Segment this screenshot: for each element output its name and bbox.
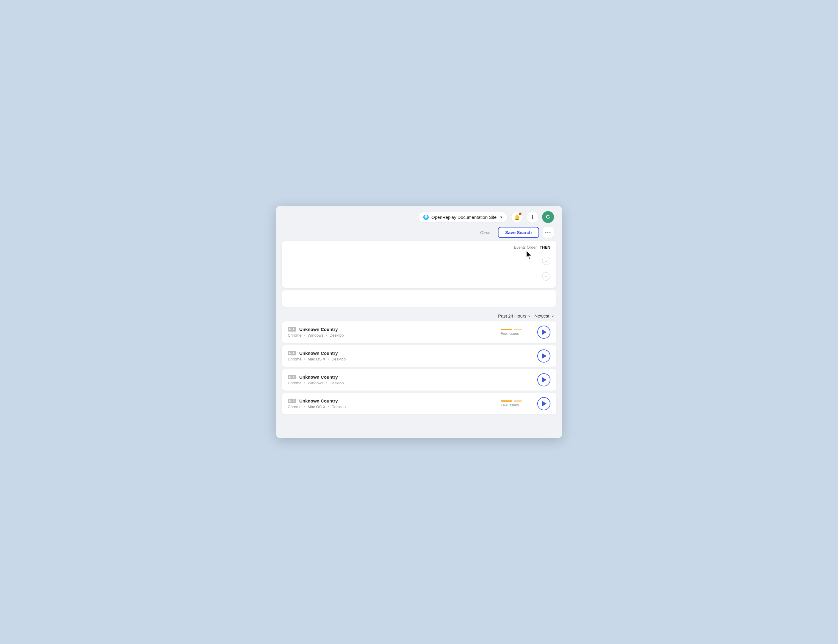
session-item: N/A Unknown Country Chrome • Mac OS X • … bbox=[282, 393, 556, 414]
issues-area: Few Issues bbox=[501, 401, 534, 407]
session-title-row: N/A Unknown Country bbox=[288, 351, 497, 356]
session-info: N/A Unknown Country Chrome • Mac OS X • … bbox=[288, 351, 497, 361]
filter-row-1: − bbox=[288, 253, 550, 269]
session-item: N/A Unknown Country Chrome • Mac OS X • … bbox=[282, 345, 556, 367]
search-toolbar: Clear Save Search ••• bbox=[276, 227, 562, 241]
clear-button[interactable]: Clear bbox=[476, 227, 494, 237]
bar-segment-1 bbox=[501, 329, 512, 330]
play-icon bbox=[542, 353, 547, 359]
session-info: N/A Unknown Country Chrome • Windows • D… bbox=[288, 375, 497, 385]
sort-filter-chevron-icon: ∨ bbox=[551, 314, 554, 318]
na-badge: N/A bbox=[288, 351, 296, 355]
session-meta: Chrome • Windows • Desktop bbox=[288, 333, 497, 337]
results-bar: Past 24 Hours ∨ Newest ∨ bbox=[276, 309, 562, 321]
sort-filter-dropdown[interactable]: Newest ∨ bbox=[534, 313, 554, 319]
remove-filter-2-button[interactable]: − bbox=[542, 272, 550, 281]
info-icon: ℹ bbox=[532, 214, 533, 220]
minus-icon-2: − bbox=[545, 274, 547, 279]
na-badge: N/A bbox=[288, 375, 296, 379]
bar-segment-2 bbox=[514, 401, 522, 402]
globe-icon: 🌐 bbox=[423, 214, 429, 220]
header-bar: 🌐 OpenReplay Documentation Site ▾ 🔔 ℹ G bbox=[276, 206, 562, 227]
time-filter-label: Past 24 Hours bbox=[498, 313, 526, 319]
session-item: N/A Unknown Country Chrome • Windows • D… bbox=[282, 321, 556, 343]
play-session-button[interactable] bbox=[537, 373, 550, 386]
session-country: Unknown Country bbox=[299, 398, 338, 403]
session-title-row: N/A Unknown Country bbox=[288, 398, 497, 403]
notifications-button[interactable]: 🔔 bbox=[511, 211, 523, 223]
bell-icon: 🔔 bbox=[514, 214, 520, 220]
avatar-label: G bbox=[546, 214, 550, 220]
filter-panel: Events Order THEN − − bbox=[282, 241, 556, 288]
play-session-button[interactable] bbox=[537, 350, 550, 363]
session-country: Unknown Country bbox=[299, 351, 338, 356]
avatar-button[interactable]: G bbox=[542, 211, 554, 223]
more-icon: ••• bbox=[545, 230, 551, 235]
session-device: Desktop bbox=[330, 381, 344, 385]
time-filter-dropdown[interactable]: Past 24 Hours ∨ bbox=[498, 313, 531, 319]
events-order-value: THEN bbox=[540, 245, 550, 250]
session-browser: Chrome bbox=[288, 381, 301, 385]
session-meta: Chrome • Mac OS X • Desktop bbox=[288, 357, 497, 361]
session-os: Mac OS X bbox=[308, 357, 325, 361]
play-icon bbox=[542, 329, 547, 335]
bar-segment-1 bbox=[501, 401, 512, 402]
filter-row-2: − bbox=[288, 272, 550, 281]
session-info: N/A Unknown Country Chrome • Mac OS X • … bbox=[288, 398, 497, 409]
site-selector-chevron-icon: ▾ bbox=[500, 215, 502, 219]
issues-label: Few Issues bbox=[501, 403, 519, 407]
session-info: N/A Unknown Country Chrome • Windows • D… bbox=[288, 327, 497, 337]
play-icon bbox=[542, 377, 547, 383]
events-order-row: Events Order THEN bbox=[288, 245, 550, 250]
session-browser: Chrome bbox=[288, 333, 301, 337]
issues-area: Few Issues bbox=[501, 329, 534, 336]
session-device: Desktop bbox=[331, 404, 346, 409]
play-session-button[interactable] bbox=[537, 397, 550, 410]
session-meta: Chrome • Mac OS X • Desktop bbox=[288, 404, 497, 409]
na-badge: N/A bbox=[288, 327, 296, 332]
bar-segment-2 bbox=[514, 329, 522, 330]
session-item: N/A Unknown Country Chrome • Windows • D… bbox=[282, 369, 556, 391]
events-order-label: Events Order bbox=[514, 245, 537, 250]
extra-panel bbox=[282, 290, 556, 307]
session-title-row: N/A Unknown Country bbox=[288, 375, 497, 380]
session-list: N/A Unknown Country Chrome • Windows • D… bbox=[276, 321, 562, 438]
session-os: Mac OS X bbox=[308, 404, 325, 409]
site-selector[interactable]: 🌐 OpenReplay Documentation Site ▾ bbox=[418, 212, 507, 222]
notification-dot bbox=[519, 213, 522, 215]
info-button[interactable]: ℹ bbox=[527, 211, 538, 223]
session-os: Windows bbox=[308, 381, 323, 385]
minus-icon-1: − bbox=[545, 258, 547, 264]
time-filter-chevron-icon: ∨ bbox=[528, 314, 531, 318]
more-options-button[interactable]: ••• bbox=[543, 227, 554, 238]
session-device: Desktop bbox=[330, 333, 344, 337]
play-session-button[interactable] bbox=[537, 325, 550, 339]
play-icon bbox=[542, 401, 547, 406]
save-search-button[interactable]: Save Search bbox=[498, 227, 539, 238]
issues-bar bbox=[501, 401, 522, 402]
session-country: Unknown Country bbox=[299, 327, 338, 332]
session-device: Desktop bbox=[331, 357, 346, 361]
remove-filter-1-button[interactable]: − bbox=[542, 257, 550, 265]
issues-bar bbox=[501, 329, 522, 330]
session-meta: Chrome • Windows • Desktop bbox=[288, 381, 497, 385]
session-country: Unknown Country bbox=[299, 375, 338, 380]
sort-filter-label: Newest bbox=[534, 313, 549, 319]
session-title-row: N/A Unknown Country bbox=[288, 327, 497, 332]
issues-label: Few Issues bbox=[501, 332, 519, 336]
na-badge: N/A bbox=[288, 399, 296, 403]
session-os: Windows bbox=[308, 333, 323, 337]
session-browser: Chrome bbox=[288, 404, 301, 409]
app-window: 🌐 OpenReplay Documentation Site ▾ 🔔 ℹ G … bbox=[276, 206, 562, 438]
site-name: OpenReplay Documentation Site bbox=[431, 215, 496, 220]
session-browser: Chrome bbox=[288, 357, 301, 361]
